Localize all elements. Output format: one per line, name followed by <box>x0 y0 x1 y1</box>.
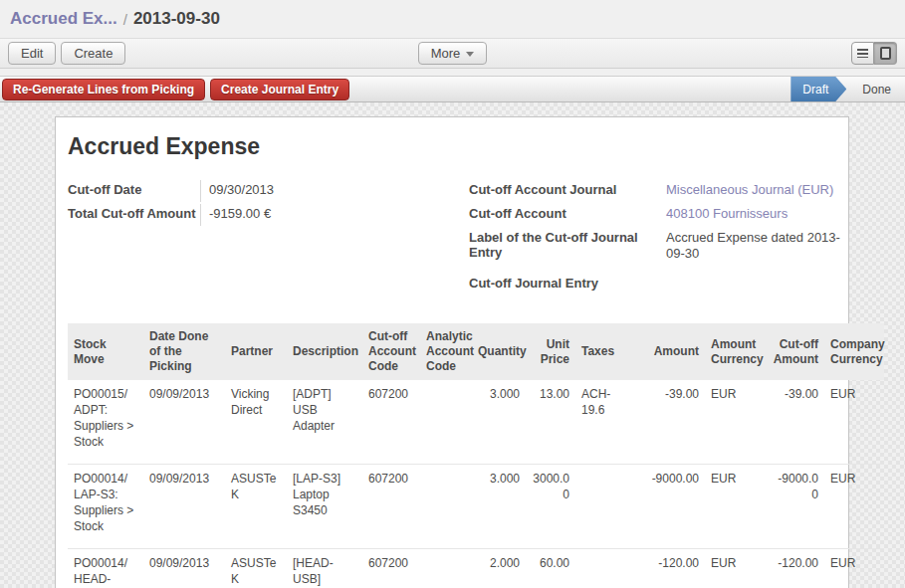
toolbar-spacer <box>0 69 905 76</box>
table-cell[interactable]: -9000.00 <box>767 465 824 549</box>
table-cell[interactable]: 2.000 <box>472 549 526 588</box>
field-label: Total Cut-off Amount <box>68 204 200 221</box>
table-row[interactable]: PO00015/ ADPT: Suppliers > Stock09/09/20… <box>68 380 884 465</box>
column-header[interactable]: Description <box>287 323 362 380</box>
table-row[interactable]: PO00014/ LAP-S3: Suppliers > Stock09/09/… <box>68 465 884 549</box>
cutoff-account-journal-link[interactable]: Miscellaneous Journal (EUR) <box>666 180 845 198</box>
breadcrumb-parent-link[interactable]: Accrued Ex... <box>10 9 117 29</box>
more-button-label: More <box>431 46 461 61</box>
table-cell[interactable]: -120.00 <box>767 549 824 588</box>
table-cell[interactable] <box>420 549 472 588</box>
regenerate-lines-button[interactable]: Re-Generate Lines from Picking <box>2 79 205 100</box>
column-header[interactable]: Partner <box>225 323 287 380</box>
table-cell[interactable]: 3.000 <box>472 465 526 549</box>
table-cell[interactable]: [LAP-S3] Laptop S3450 <box>287 465 362 549</box>
table-cell[interactable]: 13.00 <box>526 380 575 465</box>
table-cell[interactable]: EUR <box>705 549 767 588</box>
field-value: Accrued Expense dated 2013-09-30 <box>666 228 845 262</box>
table-header: Stock MoveDate Done of the PickingPartne… <box>68 323 884 380</box>
journal-entry-label-field: Label of the Cut-off Journal Entry Accru… <box>469 228 845 262</box>
table-cell[interactable]: -9000.00 <box>639 465 705 549</box>
table-cell[interactable]: [HEAD-USB] Headset USB <box>287 549 362 588</box>
table-cell[interactable] <box>420 465 472 549</box>
column-header[interactable]: Date Done of the Picking <box>143 323 225 380</box>
table-cell[interactable]: EUR <box>824 465 884 549</box>
column-header[interactable]: Unit Price <box>526 323 575 380</box>
table-cell[interactable]: 09/09/2013 <box>143 465 225 549</box>
field-value: 09/30/2013 <box>200 180 274 202</box>
table-cell[interactable]: 3000.00 <box>526 465 575 549</box>
form-view-button[interactable] <box>874 42 897 65</box>
more-button[interactable]: More <box>418 42 488 65</box>
table-cell[interactable]: -120.00 <box>639 549 705 588</box>
table-cell[interactable]: PO00014/ HEAD-USB: Suppliers > Stock <box>68 549 143 588</box>
table-cell[interactable]: 3.000 <box>472 380 526 465</box>
table-cell[interactable]: -39.00 <box>639 380 705 465</box>
total-cutoff-amount-field: Total Cut-off Amount -9159.00 € <box>68 204 469 226</box>
table-cell[interactable]: [ADPT] USB Adapter <box>287 380 362 465</box>
column-header[interactable]: Analytic Account Code <box>420 323 472 380</box>
table-cell[interactable]: 09/09/2013 <box>143 549 225 588</box>
cutoff-date-field: Cut-off Date 09/30/2013 <box>68 180 469 202</box>
table-cell[interactable]: EUR <box>705 465 767 549</box>
table-cell[interactable]: ACH-19.6 <box>575 380 639 465</box>
table-cell[interactable]: 607200 <box>362 380 420 465</box>
field-label: Cut-off Account <box>469 204 666 221</box>
column-header[interactable]: Taxes <box>575 323 639 380</box>
status-draft: Draft <box>791 77 846 101</box>
cutoff-account-journal-field: Cut-off Account Journal Miscellaneous Jo… <box>469 180 845 202</box>
table-cell[interactable]: PO00015/ ADPT: Suppliers > Stock <box>68 380 143 465</box>
table-cell[interactable]: ASUSTeK <box>225 549 287 588</box>
table-cell[interactable] <box>575 549 639 588</box>
table-cell[interactable]: ASUSTeK <box>225 465 287 549</box>
table-cell[interactable] <box>420 380 472 465</box>
table-cell[interactable]: PO00014/ LAP-S3: Suppliers > Stock <box>68 465 143 549</box>
cutoff-journal-entry-field: Cut-off Journal Entry <box>469 274 845 295</box>
field-value: -9159.00 € <box>200 204 271 226</box>
field-value <box>666 274 845 276</box>
statusbar: Draft Done <box>791 77 905 101</box>
create-journal-entry-button[interactable]: Create Journal Entry <box>210 79 349 100</box>
column-header[interactable]: Quantity <box>472 323 526 380</box>
table-cell[interactable]: 09/09/2013 <box>143 380 225 465</box>
content-area: Accrued Expense Cut-off Date 09/30/2013 … <box>0 102 905 588</box>
field-group-left: Cut-off Date 09/30/2013 Total Cut-off Am… <box>68 180 469 297</box>
cutoff-account-link[interactable]: 408100 Fournisseurs <box>666 204 845 222</box>
column-header[interactable]: Amount Currency <box>705 323 767 380</box>
form-sheet: Accrued Expense Cut-off Date 09/30/2013 … <box>55 116 849 588</box>
table-cell[interactable]: EUR <box>705 380 767 465</box>
toolbar: Edit Create More <box>0 38 905 69</box>
table-cell[interactable]: 607200 <box>362 465 420 549</box>
form-icon <box>880 47 891 60</box>
table-cell[interactable]: 60.00 <box>526 549 575 588</box>
field-label: Cut-off Account Journal <box>469 180 666 197</box>
column-header[interactable]: Cut-off Account Code <box>362 323 420 380</box>
field-group-right: Cut-off Account Journal Miscellaneous Jo… <box>469 180 845 297</box>
column-header[interactable]: Amount <box>639 323 705 380</box>
breadcrumb-current: 2013-09-30 <box>133 9 220 29</box>
column-header[interactable]: Cut-off Amount <box>767 323 824 380</box>
table-row[interactable]: PO00014/ HEAD-USB: Suppliers > Stock09/0… <box>68 549 884 588</box>
list-icon <box>857 49 868 58</box>
table-cell[interactable] <box>575 465 639 549</box>
breadcrumb: Accrued Ex... / 2013-09-30 <box>0 0 905 38</box>
cutoff-lines-table: Stock MoveDate Done of the PickingPartne… <box>68 323 884 588</box>
breadcrumb-separator: / <box>123 11 127 28</box>
page-title: Accrued Expense <box>68 133 836 160</box>
chevron-down-icon <box>466 52 474 57</box>
action-bar: Re-Generate Lines from Picking Create Jo… <box>0 76 905 102</box>
view-switcher <box>851 42 897 65</box>
status-done: Done <box>848 77 905 101</box>
list-view-button[interactable] <box>851 42 874 65</box>
table-cell[interactable]: Vicking Direct <box>225 380 287 465</box>
column-header[interactable]: Stock Move <box>68 323 143 380</box>
table-cell[interactable]: EUR <box>824 549 884 588</box>
odoo-window: Accrued Ex... / 2013-09-30 Edit Create M… <box>0 0 905 588</box>
table-cell[interactable]: -39.00 <box>767 380 824 465</box>
field-label: Cut-off Journal Entry <box>469 274 666 291</box>
table-cell[interactable]: 607200 <box>362 549 420 588</box>
create-button[interactable]: Create <box>61 42 125 65</box>
edit-button[interactable]: Edit <box>8 42 56 65</box>
table-cell[interactable]: EUR <box>824 380 884 465</box>
column-header[interactable]: Company Currency <box>824 323 884 380</box>
